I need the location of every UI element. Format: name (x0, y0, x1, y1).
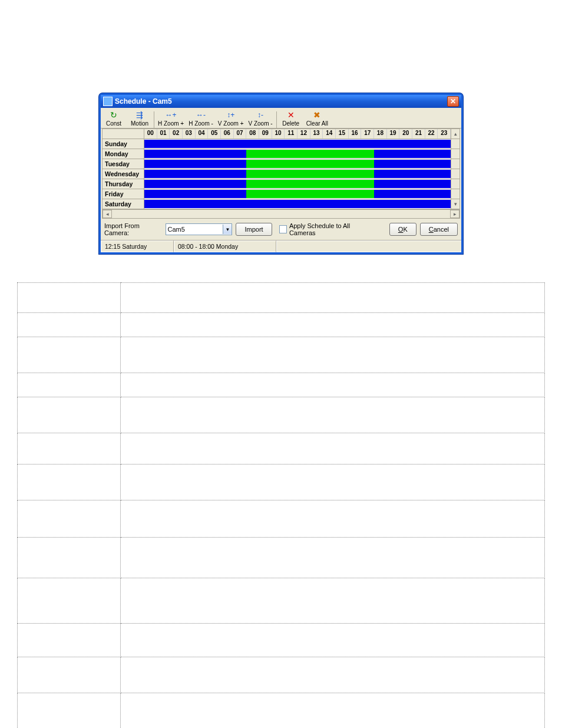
schedule-grid: 0001020304050607080910111213141516171819… (102, 129, 460, 219)
const-button[interactable]: ↻Const (101, 109, 127, 128)
checkbox-box[interactable] (279, 225, 287, 233)
day-timeline[interactable] (144, 169, 451, 179)
vzoomm-button[interactable]: ↕-V Zoom - (246, 109, 275, 128)
day-row-wednesday: Wednesday (103, 169, 459, 179)
const-segment[interactable] (144, 190, 246, 198)
const-segment[interactable] (374, 150, 451, 158)
hzoomp-button[interactable]: ↔+H Zoom + (156, 109, 186, 128)
const-segment[interactable] (374, 190, 451, 198)
hour-header-08: 08 (246, 129, 259, 139)
const-segment[interactable] (144, 150, 246, 158)
vzoomm-label: V Zoom - (249, 120, 273, 127)
hour-header-01: 01 (157, 129, 170, 139)
const-segment[interactable] (374, 170, 451, 178)
import-button-label: Import (244, 226, 263, 233)
table-row (18, 397, 545, 433)
hours-header: 0001020304050607080910111213141516171819… (103, 129, 459, 139)
motion-button[interactable]: ⇶Motion (127, 109, 153, 128)
scroll-left-button[interactable]: ◂ (103, 210, 112, 218)
table-row (18, 693, 545, 729)
import-button[interactable]: Import (236, 223, 272, 236)
motion-segment[interactable] (246, 170, 374, 178)
day-row-tuesday: Tuesday (103, 159, 459, 169)
motion-icon: ⇶ (134, 110, 145, 120)
bottom-panel: Import From Camera: ▼ Import Apply Sched… (101, 219, 461, 240)
hour-header-02: 02 (170, 129, 183, 139)
clearall-button[interactable]: ✖Clear All (304, 109, 330, 128)
motion-segment[interactable] (246, 190, 374, 198)
titlebar[interactable]: Schedule - Cam5 ✕ (101, 95, 461, 108)
day-timeline[interactable] (144, 149, 451, 159)
hour-header-04: 04 (196, 129, 209, 139)
delete-icon: ✕ (286, 110, 296, 120)
table-row (18, 373, 545, 397)
day-timeline[interactable] (144, 159, 451, 169)
desc-value (121, 500, 545, 538)
hzoomm-button[interactable]: ↔-H Zoom - (186, 109, 216, 128)
hzoomp-label: H Zoom + (158, 120, 184, 127)
scroll-down-button[interactable]: ▾ (451, 199, 459, 209)
day-timeline[interactable] (144, 199, 451, 209)
day-timeline[interactable] (144, 179, 451, 189)
day-timeline[interactable] (144, 189, 451, 199)
desc-value (121, 433, 545, 465)
const-segment[interactable] (144, 160, 246, 168)
motion-segment[interactable] (246, 160, 374, 168)
row-spacer (451, 179, 459, 189)
desc-key (18, 693, 121, 729)
const-segment[interactable] (144, 170, 246, 178)
toolbar-separator (276, 111, 277, 128)
apply-all-label: Apply Schedule to All Cameras (289, 222, 372, 236)
day-label: Wednesday (103, 169, 144, 179)
table-row (18, 433, 545, 465)
toolbar-separator (154, 111, 154, 128)
ok-button[interactable]: OK (389, 223, 416, 236)
hour-header-17: 17 (361, 129, 374, 139)
horizontal-scrollbar[interactable]: ◂ ▸ (103, 209, 459, 218)
hour-header-11: 11 (285, 129, 297, 139)
const-segment[interactable] (374, 180, 451, 188)
day-label: Thursday (103, 179, 144, 189)
hour-header-15: 15 (336, 129, 349, 139)
desc-key (18, 433, 121, 465)
hour-header-13: 13 (310, 129, 323, 139)
vzoomp-button[interactable]: ↕+V Zoom + (216, 109, 246, 128)
const-segment[interactable] (144, 180, 246, 188)
scroll-up-button[interactable]: ▴ (451, 129, 459, 139)
hour-header-07: 07 (234, 129, 247, 139)
hour-header-21: 21 (412, 129, 425, 139)
vzoomp-icon: ↕+ (226, 110, 236, 120)
desc-key (18, 624, 121, 657)
day-row-monday: Monday (103, 149, 459, 159)
hzoomp-icon: ↔+ (166, 110, 176, 120)
camera-select[interactable]: ▼ (166, 223, 232, 235)
window-title: Schedule - Cam5 (115, 97, 172, 106)
hour-header-10: 10 (272, 129, 285, 139)
const-segment[interactable] (374, 160, 451, 168)
const-segment[interactable] (144, 140, 451, 148)
camera-select-input[interactable] (166, 225, 223, 234)
hour-header-06: 06 (221, 129, 234, 139)
delete-button[interactable]: ✕Delete (278, 109, 304, 128)
day-label: Tuesday (103, 159, 144, 169)
day-timeline[interactable] (144, 139, 451, 149)
cancel-button[interactable]: Cancel (420, 223, 458, 236)
day-row-saturday: Saturday▾ (103, 199, 459, 209)
apply-all-checkbox[interactable]: Apply Schedule to All Cameras (279, 222, 372, 236)
desc-value (121, 538, 545, 578)
const-segment[interactable] (144, 200, 451, 208)
scroll-right-button[interactable]: ▸ (450, 210, 459, 218)
motion-segment[interactable] (246, 150, 374, 158)
hour-header-03: 03 (183, 129, 196, 139)
scroll-track[interactable] (112, 210, 450, 218)
hour-header-16: 16 (349, 129, 362, 139)
hour-header-00: 00 (144, 129, 157, 139)
hour-header-23: 23 (438, 129, 451, 139)
table-row (18, 578, 545, 624)
table-row (18, 465, 545, 500)
chevron-down-icon[interactable]: ▼ (223, 225, 232, 234)
desc-value (121, 624, 545, 657)
close-button[interactable]: ✕ (447, 96, 459, 107)
motion-segment[interactable] (246, 180, 374, 188)
table-row (18, 337, 545, 373)
